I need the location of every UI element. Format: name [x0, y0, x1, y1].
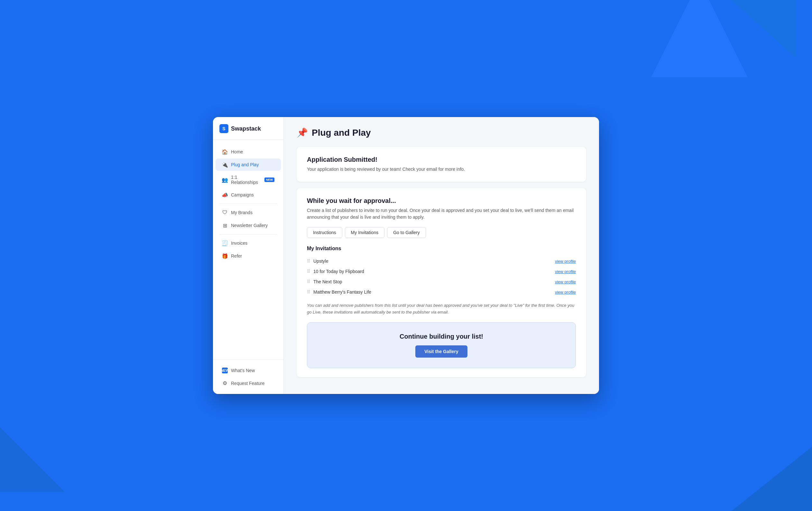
sidebar-item-campaigns-label: Campaigns [231, 192, 254, 198]
main-content: 📌 Plug and Play Application Submitted! Y… [284, 117, 599, 394]
application-submitted-card: Application Submitted! Your application … [297, 147, 586, 182]
nav-separator-2 [220, 234, 277, 235]
invitation-item-left-1: ⠿ 10 for Today by Flipboard [307, 269, 364, 274]
logo-area: S Swapstack [213, 117, 284, 140]
page-title: Plug and Play [312, 128, 371, 138]
my-invitations-tab[interactable]: My Invitations [345, 227, 385, 238]
invitations-section: My Invitations ⠿ Upstyle view profile ⠿ … [307, 246, 576, 316]
visit-gallery-button[interactable]: Visit the Gallery [415, 345, 467, 358]
invitation-item-left-3: ⠿ Matthew Berry's Fantasy Life [307, 290, 371, 295]
sidebar-item-invoices[interactable]: 🧾 Invoices [215, 237, 281, 249]
sidebar-item-refer-label: Refer [231, 253, 242, 259]
newsletter-gallery-icon: ⊞ [222, 222, 228, 228]
sidebar-item-refer[interactable]: 🎁 Refer [215, 250, 281, 262]
sidebar-item-request-feature-label: Request Feature [231, 381, 264, 386]
sidebar-item-newsletter-gallery[interactable]: ⊞ Newsletter Gallery [215, 219, 281, 232]
sidebar-item-relationships[interactable]: 👥 1:1 Relationships NEW [215, 172, 281, 188]
sidebar-item-my-brands[interactable]: 🛡 My Brands [215, 207, 281, 219]
sidebar-item-request-feature[interactable]: ⚙ Request Feature [215, 377, 281, 389]
invitation-name-0: Upstyle [313, 259, 328, 264]
sidebar: S Swapstack 🏠 Home 🔌 Plug and Play 👥 1:1… [213, 117, 284, 394]
drag-icon-1: ⠿ [307, 269, 310, 274]
waiting-card: While you wait for approval... Create a … [297, 188, 586, 377]
home-icon: 🏠 [222, 149, 228, 155]
view-profile-link-0[interactable]: view profile [555, 259, 576, 264]
drag-icon-3: ⠿ [307, 290, 310, 295]
drag-icon-2: ⠿ [307, 279, 310, 284]
view-profile-link-2[interactable]: view profile [555, 279, 576, 284]
invoices-icon: 🧾 [222, 240, 228, 246]
invitation-name-2: The Next Stop [313, 279, 342, 284]
drag-icon-0: ⠿ [307, 259, 310, 264]
invitation-name-3: Matthew Berry's Fantasy Life [313, 290, 371, 295]
sidebar-item-plug-and-play[interactable]: 🔌 Plug and Play [215, 158, 281, 171]
relationships-icon: 👥 [222, 177, 228, 183]
invitation-note: You can add and remove publishers from t… [307, 302, 576, 316]
sidebar-item-my-brands-label: My Brands [231, 210, 253, 215]
whats-new-icon: NEW [222, 367, 228, 373]
page-header-icon: 📌 [297, 127, 308, 138]
request-feature-icon: ⚙ [222, 381, 228, 386]
logo-icon: S [220, 124, 228, 133]
invitation-item-0: ⠿ Upstyle view profile [307, 256, 576, 266]
sidebar-item-whats-new-label: What's New [231, 368, 255, 373]
invitation-item-3: ⠿ Matthew Berry's Fantasy Life view prof… [307, 287, 576, 297]
instructions-tab[interactable]: Instructions [307, 227, 342, 238]
bg-decoration-left [0, 427, 64, 492]
sidebar-item-relationships-label: 1:1 Relationships [231, 175, 261, 185]
logo-text: Swapstack [231, 125, 261, 132]
refer-icon: 🎁 [222, 253, 228, 259]
relationships-badge: NEW [264, 178, 274, 182]
nav-separator-1 [220, 204, 277, 204]
view-profile-link-3[interactable]: view profile [555, 290, 576, 295]
sidebar-item-whats-new[interactable]: NEW What's New [215, 364, 281, 377]
invitations-section-title: My Invitations [307, 246, 576, 251]
invitation-item-1: ⠿ 10 for Today by Flipboard view profile [307, 266, 576, 276]
my-brands-icon: 🛡 [222, 210, 228, 215]
invitation-item-left-0: ⠿ Upstyle [307, 259, 328, 264]
waiting-card-title: While you wait for approval... [307, 197, 576, 205]
sidebar-item-campaigns[interactable]: 📣 Campaigns [215, 189, 281, 201]
sidebar-nav: 🏠 Home 🔌 Plug and Play 👥 1:1 Relationshi… [213, 140, 284, 360]
tab-buttons: Instructions My Invitations Go to Galler… [307, 227, 576, 238]
app-window: S Swapstack 🏠 Home 🔌 Plug and Play 👥 1:1… [213, 117, 599, 394]
campaigns-icon: 📣 [222, 192, 228, 198]
sidebar-item-home-label: Home [231, 149, 243, 154]
invitation-item-left-2: ⠿ The Next Stop [307, 279, 342, 284]
sidebar-item-invoices-label: Invoices [231, 241, 248, 246]
waiting-card-subtitle: Create a list of publishers to invite to… [307, 207, 576, 220]
application-submitted-subtitle: Your application is being reviewed by ou… [307, 166, 576, 173]
sidebar-bottom: NEW What's New ⚙ Request Feature [213, 360, 284, 394]
page-header: 📌 Plug and Play [297, 127, 586, 138]
view-profile-link-1[interactable]: view profile [555, 269, 576, 274]
plug-and-play-icon: 🔌 [222, 162, 228, 168]
application-submitted-title: Application Submitted! [307, 156, 576, 163]
go-to-gallery-tab[interactable]: Go to Gallery [387, 227, 426, 238]
sidebar-item-plug-and-play-label: Plug and Play [231, 162, 259, 167]
sidebar-item-home[interactable]: 🏠 Home [215, 146, 281, 158]
sidebar-item-newsletter-gallery-label: Newsletter Gallery [231, 223, 268, 228]
continue-card: Continue building your list! Visit the G… [307, 322, 576, 368]
continue-card-title: Continue building your list! [318, 333, 565, 340]
invitation-item-2: ⠿ The Next Stop view profile [307, 276, 576, 287]
bg-decoration-top-right [731, 0, 796, 58]
invitation-name-1: 10 for Today by Flipboard [313, 269, 364, 274]
